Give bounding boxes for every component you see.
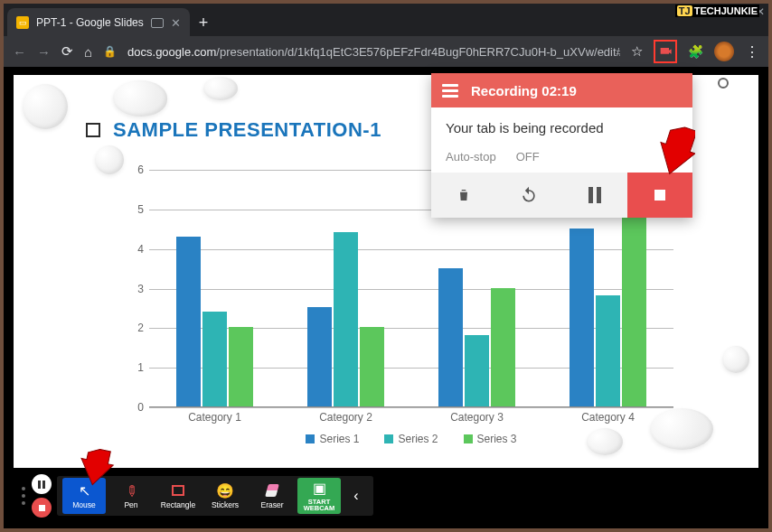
autostop-label: Auto-stop (446, 150, 496, 163)
toolbar-pause-button[interactable] (32, 474, 52, 494)
eraser-tool[interactable]: Eraser (250, 478, 294, 514)
bar (176, 237, 201, 406)
popup-message: Your tab is being recorded (446, 120, 678, 135)
annotation-toolbar: ↖ Mouse ✎ Pen Rectangle 😄 Stickers (18, 474, 373, 518)
content-area: SAMPLE PRESENTATION-1 0123456 Category 1… (7, 70, 765, 525)
category-label: Category 3 (411, 411, 542, 424)
pause-icon (588, 187, 601, 203)
menu-icon[interactable] (442, 84, 458, 98)
bar (465, 335, 489, 406)
bar (570, 229, 594, 406)
extensions-button[interactable]: 🧩 (688, 44, 703, 59)
stickers-tool[interactable]: 😄 Stickers (203, 478, 247, 514)
title-bullet-icon (86, 123, 100, 137)
bar (334, 232, 358, 406)
bar (202, 312, 227, 406)
annotation-arrow-icon (76, 449, 116, 489)
profile-avatar[interactable] (714, 42, 734, 61)
browser-menu-button[interactable]: ⋮ (745, 43, 759, 61)
start-webcam-button[interactable]: ▣ STARTWEBCAM (297, 478, 341, 514)
bookmark-button[interactable]: ☆ (631, 43, 643, 60)
lock-icon: 🔒 (103, 45, 117, 58)
pause-recording-button[interactable] (562, 173, 627, 218)
tab-title: PPT-1 - Google Slides (36, 16, 144, 29)
address-bar: ← → ⟳ ⌂ 🔒 docs.google.com/presentation/d… (4, 36, 768, 67)
browser-tab[interactable]: ▭ PPT-1 - Google Slides ✕ (7, 8, 190, 37)
home-button[interactable]: ⌂ (84, 44, 92, 60)
drag-handle[interactable] (18, 477, 29, 515)
forward-button[interactable]: → (37, 44, 51, 60)
bar (360, 327, 384, 406)
popup-header: Recording 02:19 (431, 73, 692, 107)
legend-item: Series 1 (306, 433, 359, 445)
category-label: Category 4 (542, 411, 673, 424)
rectangle-icon (172, 482, 184, 499)
new-tab-button[interactable]: + (199, 14, 209, 33)
bar (491, 288, 515, 407)
annotation-arrow-icon (650, 123, 695, 177)
screen-recorder-extension-button[interactable] (654, 40, 677, 63)
back-button[interactable]: ← (13, 44, 26, 60)
collapse-toolbar-button[interactable]: ‹ (344, 478, 368, 514)
bar (438, 268, 463, 406)
slides-favicon: ▭ (16, 16, 29, 29)
screenshare-icon (151, 18, 164, 28)
emoji-icon: 😄 (216, 482, 234, 499)
bar (229, 327, 253, 406)
close-tab-icon[interactable]: ✕ (171, 16, 181, 30)
restart-recording-button[interactable] (496, 173, 561, 218)
slide-title: SAMPLE PRESENTATION-1 (113, 118, 381, 142)
category-label: Category 2 (280, 411, 411, 424)
pen-icon: ✎ (121, 481, 141, 500)
stop-recording-button[interactable] (627, 173, 692, 218)
legend-item: Series 2 (384, 433, 438, 445)
techjunkie-logo: TJ TECHJUNKIE (675, 5, 759, 17)
reload-button[interactable]: ⟳ (61, 43, 73, 60)
indicator-dot (718, 78, 729, 89)
bar (622, 209, 646, 406)
pen-tool[interactable]: ✎ Pen (109, 478, 153, 514)
bar (307, 307, 332, 406)
tab-strip: ▭ PPT-1 - Google Slides ✕ + — ▢ ✕ (4, 4, 768, 36)
rectangle-tool[interactable]: Rectangle (156, 478, 200, 514)
bar (596, 295, 620, 406)
stop-icon (654, 190, 665, 201)
eraser-icon (267, 482, 278, 499)
toolbar-stop-button[interactable] (32, 498, 52, 518)
autostop-value: OFF (516, 150, 540, 163)
webcam-icon: ▣ (313, 481, 326, 497)
category-label: Category 1 (149, 411, 280, 424)
legend-item: Series 3 (464, 433, 517, 445)
delete-recording-button[interactable] (431, 173, 496, 218)
url-text[interactable]: docs.google.com/presentation/d/1kfq1qEtC… (127, 45, 620, 59)
